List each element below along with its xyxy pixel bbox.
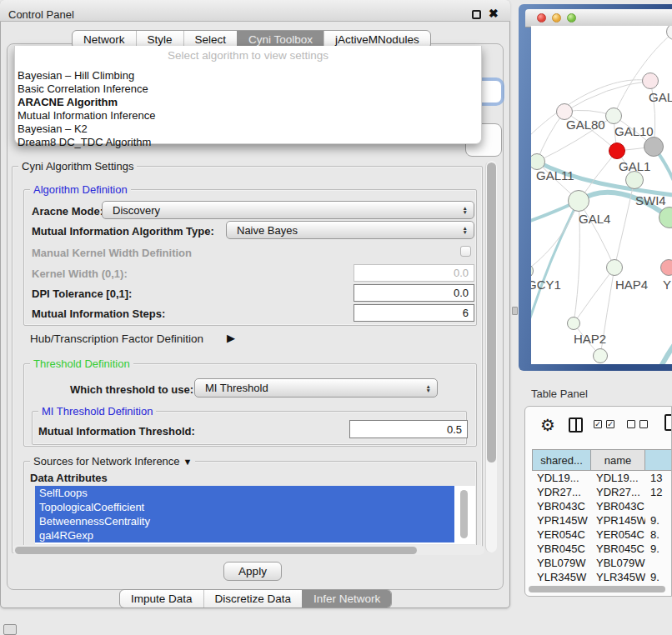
cell-name: YBL079W <box>591 556 645 570</box>
cell-value: 13 <box>645 471 672 485</box>
network-edge[interactable] <box>656 331 672 364</box>
float-panel-icon[interactable] <box>472 10 481 19</box>
table-column-header[interactable] <box>645 449 672 471</box>
mi-algorithm-type-combobox[interactable]: Naive Bayes ▲▼ <box>226 221 474 239</box>
table-column-header[interactable]: name <box>591 449 645 471</box>
manual-kernel-width-checkbox[interactable] <box>460 246 471 257</box>
cell-name: YDL19... <box>591 471 645 485</box>
network-node[interactable] <box>606 259 623 276</box>
unchecked-checkbox-icon[interactable] <box>627 420 635 428</box>
cell-shared-name: YPR145W <box>532 513 591 528</box>
cell-shared-name: YLR345W <box>532 570 591 584</box>
mac-close-button[interactable] <box>537 13 546 22</box>
manual-kernel-width-label: Manual Kernel Width Definition <box>32 247 192 259</box>
cell-name: YER054C <box>591 528 645 542</box>
stepper-arrows-icon: ▲▼ <box>426 384 431 392</box>
which-threshold-label: Which threshold to use: <box>70 383 193 396</box>
checked-checkbox-icon[interactable]: ✓ <box>594 420 602 428</box>
checked-checkbox-icon[interactable]: ✓ <box>606 420 614 428</box>
algorithm-option[interactable]: Bayesian – Hill Climbing <box>15 69 481 82</box>
mi-steps-field[interactable]: 6 <box>354 304 474 322</box>
control-panel-title: Control Panel <box>8 8 74 21</box>
algorithm-option[interactable]: Dream8 DC_TDC Algorithm <box>15 136 481 149</box>
cell-shared-name: YBL079W <box>532 556 591 570</box>
network-node[interactable] <box>593 348 608 363</box>
network-node[interactable] <box>660 259 672 276</box>
tab-label: Infer Network <box>313 590 380 608</box>
mac-minimize-button[interactable] <box>552 13 561 22</box>
algorithm-option[interactable]: Bayesian – K2 <box>15 122 481 136</box>
cell-name: YBR043C <box>591 499 645 513</box>
mi-algorithm-type-value: Naive Bayes <box>237 224 298 237</box>
network-edge[interactable] <box>531 201 579 336</box>
cell-value: 9. <box>645 513 672 528</box>
settings-vertical-scrollbar-thumb[interactable] <box>487 162 496 462</box>
network-edge[interactable] <box>579 201 614 268</box>
unchecked-checkbox-icon[interactable] <box>639 420 648 428</box>
network-node[interactable] <box>568 190 589 212</box>
threshold-definition-title: Threshold Definition <box>30 358 133 370</box>
algorithm-dropdown-popup: Select algorithm to view settings Bayesi… <box>14 46 482 144</box>
network-node-label: GAL80 <box>566 118 605 132</box>
stepper-arrows-icon: ▲▼ <box>463 206 468 214</box>
gear-icon[interactable]: ⚙ <box>540 415 555 435</box>
apply-button[interactable]: Apply <box>223 562 282 581</box>
data-attribute-item[interactable]: TopologicalCoefficient <box>35 500 454 514</box>
network-node[interactable] <box>609 142 625 159</box>
kernel-width-field[interactable]: 0.0 <box>354 264 474 282</box>
dpi-tolerance-label: DPI Tolerance [0,1]: <box>32 288 132 300</box>
table-horizontal-scrollbar-thumb[interactable] <box>529 586 665 592</box>
network-node-label: SWI4 <box>635 193 666 208</box>
data-attribute-item[interactable]: BetweennessCentrality <box>35 514 454 528</box>
column-layout-icon[interactable] <box>569 418 583 432</box>
table-column-header[interactable]: shared... <box>532 449 591 471</box>
algorithm-option[interactable]: Mutual Information Inference <box>15 109 481 122</box>
table-row[interactable]: YER054C YER054C 8. <box>532 528 672 542</box>
cell-value <box>645 499 672 513</box>
network-node[interactable] <box>644 137 664 157</box>
aracne-mode-value: Discovery <box>113 204 160 217</box>
network-node[interactable] <box>567 317 580 330</box>
table-header: shared...name <box>532 449 672 471</box>
cell-name: YBR045C <box>591 542 645 556</box>
kernel-width-label: Kernel Width (0,1): <box>32 268 128 280</box>
close-panel-icon[interactable]: ✖ <box>489 7 499 20</box>
table-panel-toolbar: ⚙ ✓ ✓ <box>525 407 671 448</box>
dpi-tolerance-field[interactable]: 0.0 <box>354 284 474 302</box>
table-row[interactable]: YDL19... YDL19... 13 <box>532 471 672 485</box>
table-row[interactable]: YBR045C YBR045C 9. <box>532 542 672 556</box>
network-node[interactable] <box>605 108 622 124</box>
mi-threshold-field[interactable]: 0.5 <box>349 420 468 438</box>
mac-zoom-button[interactable] <box>567 13 576 22</box>
algorithm-dropdown-placeholder: Select algorithm to view settings <box>15 49 481 62</box>
hub-section-expand-icon[interactable]: ▶ <box>227 332 235 344</box>
aracne-mode-combobox[interactable]: Discovery ▲▼ <box>102 201 474 219</box>
cell-value: 12 <box>645 485 672 499</box>
table-row[interactable]: YDR27... YDR27... 12 <box>532 485 672 499</box>
network-node[interactable] <box>642 72 659 89</box>
panel-divider-grip[interactable] <box>512 307 518 315</box>
network-node[interactable] <box>625 171 644 189</box>
network-canvas[interactable]: GALGAL80GAL10GAL1GAL11SWI4GAL4HAP4YGCY1H… <box>531 26 672 364</box>
data-attribute-item[interactable]: gal4RGexp <box>35 528 454 542</box>
table-rows: YDL19... YDL19... 13 YDR27... YDR27... 1… <box>532 471 672 586</box>
sources-collapse-icon[interactable]: ▼ <box>183 457 193 467</box>
data-attribute-item[interactable]: SelfLoops <box>35 486 454 500</box>
algorithm-option[interactable]: Basic Correlation Inference <box>15 82 481 96</box>
table-row[interactable]: YLR345W YLR345W 9. <box>532 570 672 584</box>
table-row[interactable]: YPR145W YPR145W 9. <box>532 513 672 528</box>
tab[interactable]: Discretize Data <box>203 590 303 608</box>
tab[interactable]: Infer Network <box>302 590 391 608</box>
attributes-list-scrollbar-thumb[interactable] <box>460 490 468 538</box>
table-row[interactable]: YBL079W YBL079W <box>532 556 672 570</box>
algorithm-option[interactable]: ARACNE Algorithm <box>15 96 481 109</box>
which-threshold-combobox[interactable]: MI Threshold ▲▼ <box>194 378 438 398</box>
cyni-algorithm-settings-title: Cyni Algorithm Settings <box>18 160 137 172</box>
settings-horizontal-scrollbar-thumb[interactable] <box>15 547 417 554</box>
minimized-panel-icon[interactable] <box>3 624 17 635</box>
network-edge[interactable] <box>574 268 614 323</box>
document-icon[interactable] <box>664 414 672 431</box>
tab[interactable]: Impute Data <box>120 590 203 608</box>
table-row[interactable]: YBR043C YBR043C <box>532 499 672 513</box>
table-panel-title: Table Panel <box>531 388 588 400</box>
